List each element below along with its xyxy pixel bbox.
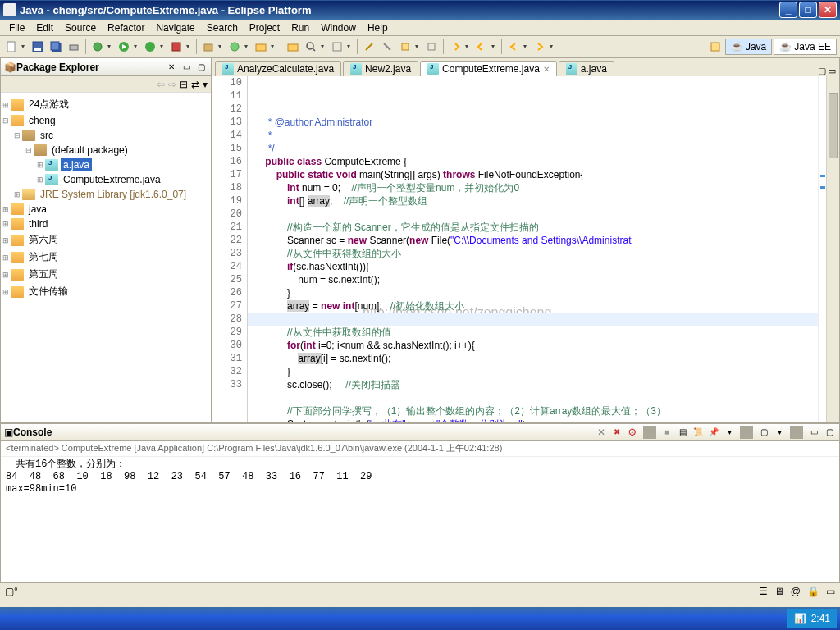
new-folder-button[interactable] [253,39,269,55]
minimize-view-icon[interactable]: ▭ [180,61,193,74]
line-gutter[interactable]: 10 11 12 13 14 15 16 17 18 19 20 21 22 2… [212,76,248,422]
tree-item[interactable]: ⊞第六周 [1,231,211,249]
external-tools-button[interactable] [168,39,185,55]
close-icon[interactable]: ✕ [597,427,605,438]
search-button[interactable] [303,39,319,55]
menu-file[interactable]: File [3,21,30,35]
terminate-icon[interactable]: ■ [660,426,673,439]
perspective-javaee[interactable]: ☕Java EE [774,39,837,55]
maximize-icon[interactable]: ▢ [823,426,836,439]
expander-icon[interactable]: ⊞ [1,288,11,296]
close-icon[interactable]: ✕ [165,61,178,74]
save-all-button[interactable] [48,39,64,55]
editor-tab[interactable]: a.java [559,61,614,76]
dropdown-icon[interactable]: ▾ [134,43,140,50]
open-type-button[interactable] [285,39,301,55]
remove-launch-icon[interactable]: ✖ [610,426,623,439]
dropdown-icon[interactable]: ▾ [107,43,114,50]
expander-icon[interactable]: ⊞ [35,161,45,169]
expander-icon[interactable]: ⊟ [1,116,11,125]
overview-ruler[interactable] [818,76,826,422]
fast-view-icon[interactable]: ▢° [5,586,18,597]
scroll-lock-icon[interactable]: 📜 [692,426,705,439]
expander-icon[interactable]: ⊟ [24,146,34,154]
code-area[interactable]: http://blog.csdn.net/zengqicheng * @auth… [248,76,818,422]
dropdown-icon[interactable]: ▾ [186,43,193,50]
print-button[interactable] [66,39,82,55]
editor-tab[interactable]: ComputeExtreme.java✕ [420,61,557,76]
view-menu-icon[interactable]: ▾ [203,79,208,90]
tree-item[interactable]: ⊟(default package) [1,143,211,158]
new-package-button[interactable] [200,39,217,55]
run-button[interactable] [116,39,132,55]
dropdown-icon[interactable]: ▾ [550,43,556,50]
tree-item[interactable]: ⊞第七周 [1,249,211,266]
menu-refactor[interactable]: Refactor [102,21,150,35]
menu-project[interactable]: Project [244,21,285,35]
status-icon-5[interactable]: ▭ [826,586,835,597]
forward-icon[interactable]: ⇨ [168,79,176,90]
tree-item[interactable]: ⊟src [1,128,211,143]
back-icon[interactable]: ⇦ [157,79,165,90]
menu-search[interactable]: Search [201,21,244,35]
expander-icon[interactable]: ⊞ [12,190,22,199]
package-tree[interactable]: ⊞24点游戏⊟cheng⊟src⊟(default package)⊞a.jav… [1,93,211,422]
maximize-editor-icon[interactable]: ▢ [818,66,826,76]
tree-item[interactable]: ⊞第五周 [1,266,211,283]
close-tab-icon[interactable]: ✕ [543,65,550,74]
status-icon-3[interactable]: @ [791,586,801,597]
menu-window[interactable]: Window [315,21,362,35]
minimize-editor-icon[interactable]: ▭ [828,66,836,76]
expander-icon[interactable]: ⊞ [1,253,11,262]
forward-button[interactable] [532,39,548,55]
link-editor-icon[interactable]: ⇄ [191,79,199,90]
tree-item[interactable]: ⊞文件传输 [1,283,211,300]
tree-item[interactable]: ⊞24点游戏 [1,96,211,113]
dropdown-icon[interactable]: ▾ [160,43,167,50]
tree-item[interactable]: ⊞JRE System Library [jdk1.6.0_07] [1,187,211,202]
save-button[interactable] [30,39,46,55]
dropdown-icon[interactable]: ▾ [321,43,327,50]
minimize-button[interactable]: _ [779,2,797,18]
back-button[interactable] [505,39,522,55]
status-icon-1[interactable]: ☰ [759,586,768,597]
menu-edit[interactable]: Edit [30,21,59,35]
dropdown-icon[interactable]: ▾ [21,43,28,50]
debug-button[interactable] [89,39,106,55]
menu-help[interactable]: Help [362,21,394,35]
remove-all-icon[interactable]: ⮿ [626,426,639,439]
dropdown-icon[interactable]: ▾ [465,43,472,50]
toggle-button[interactable] [329,39,345,55]
expander-icon[interactable]: ⊞ [35,176,45,184]
wand-button[interactable] [361,39,377,55]
maximize-button[interactable]: □ [799,2,817,18]
clear-console-icon[interactable]: ▤ [676,426,689,439]
minimize-icon[interactable]: ▭ [807,426,820,439]
tree-item[interactable]: ⊞java [1,202,211,217]
status-icon-4[interactable]: 🔒 [807,586,819,597]
maximize-view-icon[interactable]: ▢ [194,61,208,74]
format-button[interactable] [397,39,413,55]
menu-source[interactable]: Source [59,21,102,35]
menu-run[interactable]: Run [285,21,315,35]
new-class-button[interactable] [226,39,243,55]
new-button[interactable] [3,39,20,55]
editor-tab[interactable]: New2.java [343,61,418,76]
status-icon-2[interactable]: 🖥 [774,586,784,597]
tree-item[interactable]: ⊞third [1,217,211,231]
link-button[interactable] [423,39,440,55]
next-annotation-button[interactable] [447,39,463,55]
vertical-scrollbar[interactable] [826,76,839,422]
expander-icon[interactable]: ⊞ [1,236,11,244]
perspective-java[interactable]: ☕Java [725,39,772,55]
prev-annotation-button[interactable] [473,39,490,55]
expander-icon[interactable]: ⊟ [12,131,22,139]
editor-tab[interactable]: AnalyzeCalculate.java [215,61,341,76]
expander-icon[interactable]: ⊞ [1,205,11,213]
new-console-icon[interactable]: ▾ [773,426,786,439]
expander-icon[interactable]: ⊞ [1,271,11,279]
dropdown-icon[interactable]: ▾ [218,43,225,50]
menu-navigate[interactable]: Navigate [150,21,200,35]
console-output[interactable]: 一共有16个整数，分别为： 84 48 68 10 18 98 12 23 54… [1,457,839,582]
paint-button[interactable] [379,39,395,55]
